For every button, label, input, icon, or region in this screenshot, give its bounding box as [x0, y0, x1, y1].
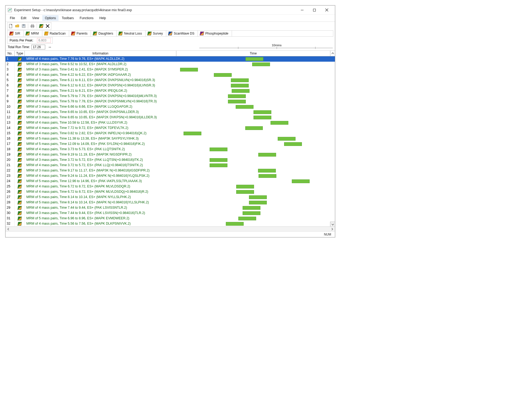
maximize-button[interactable] [308, 6, 321, 14]
table-row[interactable]: 31MRM of 5 mass pairs, Time 6.96 to 8.96… [6, 216, 335, 221]
table-row[interactable]: 30MRM of 3 mass pairs, Time 7.44 to 9.44… [6, 211, 335, 216]
table-row[interactable]: 15MRM of 4 mass pairs, Time 0.82 to 2.82… [6, 131, 335, 136]
time-bar[interactable] [232, 89, 250, 93]
col-header-type[interactable]: Type [15, 51, 25, 56]
row-type-icon-cell[interactable] [15, 78, 25, 83]
row-type-icon-cell[interactable] [15, 56, 25, 62]
time-bar[interactable] [180, 68, 198, 72]
table-row[interactable]: 12MRM of 3 mass pairs, Time 8.65 to 10.6… [6, 115, 335, 120]
time-bar[interactable] [184, 132, 201, 135]
delete-button[interactable] [45, 23, 51, 29]
scroll-left-button[interactable] [6, 227, 10, 231]
time-bar[interactable] [253, 116, 271, 119]
table-row[interactable]: 24MRM of 5 mass pairs, Time 12.96 to 14.… [6, 179, 335, 184]
time-bar[interactable] [243, 206, 260, 210]
new-button[interactable] [8, 23, 14, 29]
row-type-icon-cell[interactable] [15, 221, 25, 226]
row-type-icon-cell[interactable] [15, 157, 25, 163]
total-runtime-input[interactable] [31, 45, 45, 49]
row-type-icon-cell[interactable] [15, 120, 25, 125]
tab-neutral-loss[interactable]: Neutral Loss [117, 31, 145, 36]
menu-toolbars[interactable]: Toolbars [59, 15, 76, 21]
tab-sir[interactable]: SIR [7, 31, 24, 36]
tab-radarscan[interactable]: RadarScan [42, 31, 69, 36]
table-row[interactable]: 20MRM of 3 mass pairs, Time 3.72 to 5.72… [6, 157, 335, 163]
print-button[interactable] [30, 23, 35, 29]
tab-phosphopeptide[interactable]: Phosphopeptide [198, 31, 232, 36]
table-row[interactable]: 13MRM of 4 mass pairs, Time 10.58 to 12.… [6, 120, 335, 125]
time-bar[interactable] [214, 73, 232, 77]
menu-help[interactable]: Help [97, 15, 109, 21]
time-bar[interactable] [210, 158, 227, 162]
time-bar[interactable] [243, 211, 260, 215]
time-bar[interactable] [258, 153, 276, 157]
tab-daughters[interactable]: Daughters [91, 31, 117, 36]
time-bar[interactable] [210, 148, 227, 151]
table-row[interactable]: 23MRM of 4 mass pairs, Time 9.24 to 11.2… [6, 173, 335, 179]
row-type-icon-cell[interactable] [15, 131, 25, 136]
time-bar[interactable] [246, 57, 263, 61]
row-type-icon-cell[interactable] [15, 205, 25, 211]
row-type-icon-cell[interactable] [15, 62, 25, 67]
time-bar[interactable] [236, 185, 254, 188]
time-bar[interactable] [228, 94, 246, 98]
row-type-icon-cell[interactable] [15, 115, 25, 120]
table-row[interactable]: 18MRM of 4 mass pairs, Time 3.73 to 5.73… [6, 147, 335, 152]
tab-mrm[interactable]: MRM [24, 31, 42, 36]
minimize-button[interactable] [296, 6, 308, 14]
row-type-icon-cell[interactable] [15, 200, 25, 205]
time-bar[interactable] [236, 105, 253, 109]
time-bar[interactable] [271, 121, 288, 125]
table-row[interactable]: 16MRM of 5 mass pairs, Time 11.38 to 13.… [6, 136, 335, 141]
time-bar[interactable] [238, 217, 256, 220]
time-bar[interactable] [231, 78, 249, 82]
menu-file[interactable]: File [7, 15, 18, 21]
time-bar[interactable] [228, 100, 246, 103]
tab-parents[interactable]: Parents [69, 31, 91, 36]
tab-scanwave-ds[interactable]: ScanWave DS [166, 31, 198, 36]
row-type-icon-cell[interactable] [15, 88, 25, 94]
table-row[interactable]: 3MRM of 3 mass pairs, Time 0.41 to 2.41,… [6, 67, 335, 72]
row-type-icon-cell[interactable] [15, 184, 25, 189]
row-type-icon-cell[interactable] [15, 147, 25, 152]
table-row[interactable]: 6MRM of 4 mass pairs, Time 6.12 to 8.12,… [6, 83, 335, 88]
time-bar[interactable] [284, 142, 302, 146]
time-bar[interactable] [259, 174, 276, 178]
row-type-icon-cell[interactable] [15, 141, 25, 147]
col-header-time[interactable]: Time [176, 51, 330, 56]
row-type-icon-cell[interactable] [15, 152, 25, 157]
row-type-icon-cell[interactable] [15, 72, 25, 78]
menu-functions[interactable]: Functions [77, 15, 96, 21]
row-type-icon-cell[interactable] [15, 195, 25, 200]
time-bar[interactable] [226, 222, 244, 226]
tab-survey[interactable]: Survey [146, 31, 166, 36]
row-type-icon-cell[interactable] [15, 104, 25, 110]
table-row[interactable]: 1MRM of 4 mass pairs, Time 7.76 to 9.76,… [6, 56, 335, 62]
row-type-icon-cell[interactable] [15, 125, 25, 131]
resize-handle-icon[interactable]: ↔ [48, 45, 52, 49]
time-bar[interactable] [245, 126, 263, 130]
time-bar[interactable] [231, 84, 249, 87]
table-row[interactable]: 22MRM of 3 mass pairs, Time 9.17 to 11.1… [6, 168, 335, 173]
close-button[interactable] [321, 6, 333, 14]
table-row[interactable]: 17MRM of 5 mass pairs, Time 12.09 to 14.… [6, 141, 335, 147]
save-button[interactable] [21, 23, 27, 29]
menu-view[interactable]: View [30, 15, 42, 21]
row-type-icon-cell[interactable] [15, 83, 25, 88]
table-row[interactable]: 4MRM of 4 mass pairs, Time 4.22 to 6.22,… [6, 72, 335, 78]
row-type-icon-cell[interactable] [15, 179, 25, 184]
table-row[interactable]: 32MRM of 4 mass pairs, Time 5.56 to 7.56… [6, 221, 335, 226]
scroll-right-button[interactable] [330, 227, 334, 231]
scroll-down-button[interactable] [330, 222, 335, 226]
time-bar[interactable] [210, 163, 227, 167]
row-type-icon-cell[interactable] [15, 211, 25, 216]
row-type-icon-cell[interactable] [15, 216, 25, 221]
row-type-icon-cell[interactable] [15, 173, 25, 179]
table-row[interactable]: 14MRM of 4 mass pairs, Time 7.72 to 9.72… [6, 125, 335, 131]
col-header-information[interactable]: Information [25, 51, 176, 56]
scroll-up-button[interactable] [330, 51, 335, 56]
table-row[interactable]: 5MRM of 3 mass pairs, Time 6.11 to 8.11,… [6, 78, 335, 83]
row-type-icon-cell[interactable] [15, 189, 25, 195]
table-row[interactable]: 26MRM of 4 mass pairs, Time 6.72 to 8.72… [6, 189, 335, 195]
time-bar[interactable] [236, 190, 254, 194]
